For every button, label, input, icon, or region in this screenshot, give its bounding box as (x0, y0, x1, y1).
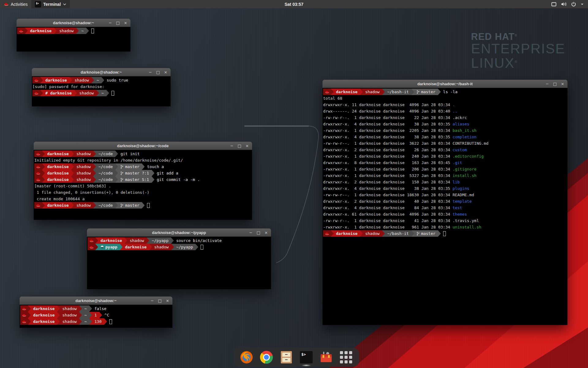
terminal-window-sudo[interactable]: darknoise@shadow:~ −□× darknoiseshadow~s… (32, 68, 171, 106)
powerline-segment: shadow (363, 89, 382, 95)
titlebar[interactable]: darknoise@shadow:~/code −□× (34, 142, 252, 150)
powerline-separator (93, 163, 96, 170)
maximize-button[interactable]: □ (158, 299, 162, 303)
git-branch-icon (120, 203, 123, 208)
output-text: .. (453, 108, 458, 114)
prompt-hat-segment (34, 151, 42, 157)
terminal-content[interactable]: darknoiseshadow~ (17, 27, 130, 52)
powerline-separator (120, 244, 123, 250)
powerline-separator (438, 89, 441, 95)
dock-terminal[interactable]: $> (299, 350, 313, 364)
powerline-segment: ~/bash-it (385, 89, 411, 95)
terminal-line: drwx------. 24 darknoise darknoise 4096 … (323, 108, 567, 114)
terminal-content[interactable]: darknoiseshadow~sudo true[sudo] password… (32, 76, 171, 106)
output-text: 1 file changed, 0 insertions(+), 0 delet… (34, 189, 149, 196)
powerline-separator (74, 90, 77, 96)
redhat-prompt-icon (22, 320, 26, 324)
terminal-window-home-small[interactable]: darknoise@shadow:~ −□× darknoiseshadow~ (17, 19, 130, 52)
terminal-window-exitcodes[interactable]: darknoise@shadow:~ −□× darknoiseshadow~f… (20, 297, 172, 328)
powerline-segment: ~/pyapp (174, 244, 196, 250)
dock-firefox[interactable] (239, 350, 254, 364)
terminal-line: drwxrwxr-x. 11 darknoise darknoise 4096 … (323, 102, 567, 108)
redhat-prompt-icon (89, 245, 94, 249)
dock-files[interactable] (279, 350, 293, 364)
terminal-window-pyapp[interactable]: darknoise@shadow:~/pyapp −□× darknoisesh… (87, 228, 271, 289)
terminal-content[interactable]: darknoiseshadow~/pyappsource bin/activat… (87, 237, 271, 289)
window-title: darknoise@shadow:~/pyapp (152, 230, 206, 235)
gnome-top-bar: Activities $> Terminal Sat 03:57 (0, 0, 588, 8)
terminal-app-icon: $> (35, 1, 41, 7)
redhat-prompt-icon (325, 90, 329, 94)
minimize-button[interactable]: − (148, 70, 153, 74)
powerline-segment: ~ (79, 28, 86, 34)
terminal-line: -rwxrwxr-x. 1 darknoise darknoise 2205 J… (323, 127, 567, 134)
powerline-separator (71, 163, 74, 170)
titlebar[interactable]: darknoise@shadow:~ −□× (32, 68, 171, 76)
terminal-line: darknoiseshadow~130 (20, 318, 172, 325)
output-text: .git (453, 159, 462, 166)
powerline-separator (142, 163, 145, 170)
redhat-prompt-icon (34, 91, 39, 95)
command-text: source bin/activate (174, 237, 222, 244)
powerline-separator (71, 151, 74, 157)
powerline-segment: shadow (60, 305, 79, 312)
close-button[interactable]: × (264, 231, 268, 235)
powerline-segment: 130 (92, 318, 104, 325)
maximize-button[interactable]: □ (237, 144, 242, 148)
close-button[interactable]: × (164, 70, 168, 74)
dock-chrome[interactable] (259, 350, 273, 364)
minimize-button[interactable]: − (545, 82, 549, 86)
chevron-down-icon (63, 3, 66, 5)
powerline-separator (40, 90, 43, 96)
prompt-hat-segment (34, 176, 42, 183)
terminal-content[interactable]: darknoiseshadow~falsedarknoiseshadow~1^C… (20, 305, 172, 328)
powerline-separator (40, 77, 43, 83)
output-text: -rwxrwxr-x. 1 darknoise darknoise 206 Ja… (323, 166, 453, 172)
minimize-button[interactable]: − (230, 144, 234, 148)
activities-button[interactable]: Activities (0, 0, 31, 8)
terminal-content[interactable]: darknoiseshadow~/codegit initInitialized… (34, 150, 252, 220)
terminal-line: darknoiseshadow~/bash-itmasterls -la (323, 89, 567, 95)
titlebar[interactable]: darknoise@shadow:~/pyapp −□× (87, 228, 271, 237)
minimize-button[interactable]: − (108, 21, 112, 25)
powerline-separator (79, 305, 82, 312)
output-text: .editorconfig (453, 153, 484, 159)
close-button[interactable]: × (245, 144, 249, 148)
maximize-button[interactable]: □ (553, 82, 557, 86)
powerline-separator (142, 202, 145, 209)
redhat-prompt-icon (22, 307, 26, 311)
powerline-segment: darknoise (45, 170, 71, 176)
powerline-separator (195, 244, 198, 250)
powerline-segment: ~/pyapp (149, 237, 171, 244)
powerline-separator (331, 89, 334, 95)
redhat-prompt-icon (325, 232, 329, 236)
output-text: .gitignore (453, 166, 477, 172)
close-button[interactable]: × (123, 21, 128, 25)
maximize-button[interactable]: □ (156, 70, 160, 74)
powerline-separator (438, 230, 441, 237)
powerline-separator (99, 312, 102, 318)
terminal-window-code[interactable]: darknoise@shadow:~/code −□× darknoisesha… (34, 142, 252, 220)
window-title: darknoise@shadow:~ (75, 298, 116, 303)
redhat-prompt-icon (36, 171, 40, 175)
terminal-line: darknoiseshadow~/codemaster S:1git commi… (34, 176, 252, 183)
maximize-button[interactable]: □ (256, 231, 261, 235)
titlebar[interactable]: darknoise@shadow:~/bash-it −□× (322, 80, 567, 88)
titlebar[interactable]: darknoise@shadow:~ −□× (20, 297, 172, 305)
minimize-button[interactable]: − (249, 231, 253, 235)
output-text: template (453, 198, 472, 205)
close-button[interactable]: × (560, 82, 565, 86)
maximize-button[interactable]: □ (116, 21, 120, 25)
system-status-area[interactable] (547, 0, 588, 8)
minimize-button[interactable]: − (150, 299, 154, 303)
dock-toolbox[interactable] (319, 350, 333, 364)
close-button[interactable]: × (165, 299, 170, 303)
powerline-separator (57, 305, 60, 312)
app-menu-terminal[interactable]: $> Terminal (31, 0, 70, 8)
terminal-window-bash-it[interactable]: darknoise@shadow:~/bash-it −□× darknoise… (322, 80, 567, 325)
powerline-separator (171, 237, 174, 244)
titlebar[interactable]: darknoise@shadow:~ −□× (17, 19, 130, 27)
terminal-line: -rw-rw-r--. 1 darknoise darknoise 3622 J… (323, 140, 567, 147)
dock-app-grid[interactable] (339, 350, 353, 364)
terminal-content[interactable]: darknoiseshadow~/bash-itmasterls -latota… (322, 88, 567, 325)
